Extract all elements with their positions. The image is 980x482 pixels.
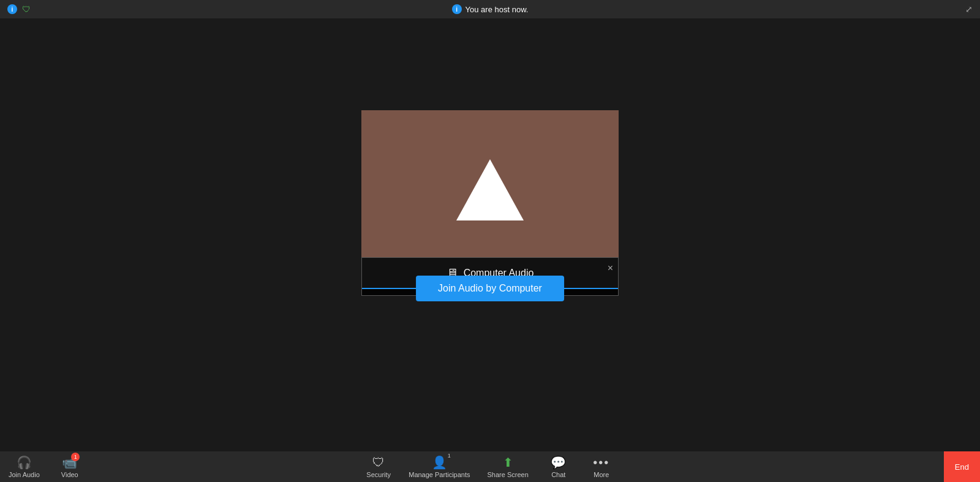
end-button[interactable]: End <box>944 451 980 482</box>
main-area: 🖥 Computer Audio × Join Audio by Compute… <box>0 18 980 451</box>
more-label: More <box>594 471 609 478</box>
shield-icon: 🛡 <box>22 4 32 14</box>
video-icon: 📹 1 <box>62 455 77 470</box>
share-screen-icon: ⬆ <box>503 455 513 470</box>
join-audio-toolbar-button[interactable]: 🎧 Join Audio <box>0 451 48 482</box>
chat-label: Chat <box>551 471 565 478</box>
toolbar-left: 🎧 Join Audio 📹 1 Video <box>0 451 91 482</box>
join-btn-container: Join Audio by Computer <box>416 276 564 301</box>
chat-button[interactable]: 💬 Chat <box>537 451 580 482</box>
participants-label: Manage Participants <box>409 471 470 478</box>
bottom-toolbar: 🎧 Join Audio 📹 1 Video 🛡 Security 👤 1 Ma… <box>0 451 980 482</box>
video-tile: 🖥 Computer Audio × <box>361 110 619 296</box>
toolbar-center: 🛡 Security 👤 1 Manage Participants ⬆ Sha… <box>357 451 623 482</box>
video-badge: 1 <box>71 453 80 461</box>
share-screen-label: Share Screen <box>488 471 529 478</box>
share-screen-button[interactable]: ⬆ Share Screen <box>479 451 537 482</box>
expand-icon[interactable]: ⤢ <box>965 4 973 14</box>
join-audio-label: Join Audio <box>9 471 40 478</box>
headphone-icon: 🎧 <box>17 455 32 470</box>
host-notice: i You are host now. <box>452 4 529 14</box>
security-label: Security <box>366 471 391 478</box>
security-shield-icon: 🛡 <box>372 456 385 470</box>
more-icon: ••• <box>593 456 609 470</box>
video-card <box>361 110 619 257</box>
host-notice-text: You are host now. <box>466 5 529 14</box>
info-icon[interactable]: i <box>7 4 17 14</box>
video-label: Video <box>61 471 78 478</box>
participants-button[interactable]: 👤 1 Manage Participants <box>400 451 478 482</box>
join-audio-button[interactable]: Join Audio by Computer <box>416 276 564 301</box>
security-button[interactable]: 🛡 Security <box>357 451 400 482</box>
toolbar-right: End <box>944 451 980 482</box>
chat-icon: 💬 <box>551 455 566 470</box>
top-bar-right-icons: ⤢ <box>965 4 973 14</box>
participants-icon: 👤 1 <box>432 455 447 470</box>
top-bar: i 🛡 i You are host now. ⤢ <box>0 0 980 18</box>
host-info-icon: i <box>452 4 462 14</box>
avatar-triangle <box>456 159 524 220</box>
more-button[interactable]: ••• More <box>580 451 623 482</box>
participant-count: 1 <box>448 453 451 459</box>
top-bar-left-icons: i 🛡 <box>7 4 32 14</box>
video-button[interactable]: 📹 1 Video <box>48 451 91 482</box>
close-popup-button[interactable]: × <box>608 263 613 274</box>
